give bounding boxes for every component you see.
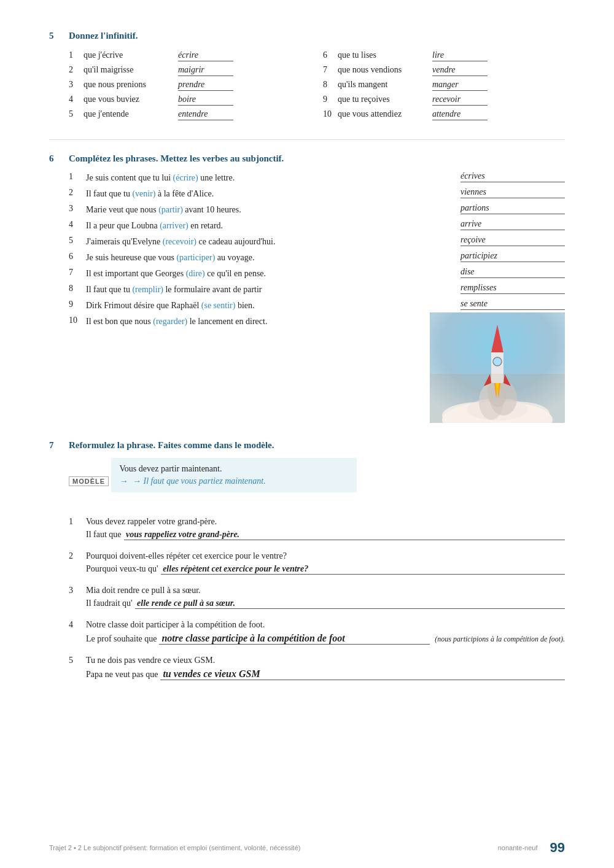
list-item: 5 J'aimerais qu'Evelyne (recevoir) ce ca… [69,235,565,248]
section-6: 6 Complétez les phrases. Mettez les verb… [49,153,565,423]
footer: Trajet 2 • 2 Le subjonctif présent: form… [0,840,614,856]
modele-line1: Vous devez partir maintenant. [120,464,348,474]
arrive-answer: arrive [460,219,565,230]
list-item: 3 que nous prenions prendre [69,78,311,93]
modele-line2: → → Il faut que vous partiez maintenant. [120,476,348,486]
list-item: 9 que tu reçoives recevoir [323,93,565,107]
footer-right-text: nonante-neuf [498,844,538,851]
separator [49,139,565,140]
list-item: 5 Tu ne dois pas vendre ce vieux GSM. Pa… [69,656,565,680]
section-7-title: Reformulez la phrase. Faites comme dans … [69,440,274,451]
list-item: 1 Vous devez rappeler votre grand-père. … [69,517,565,540]
list-item: 1 que j'écrive écrire [69,48,311,63]
list-item: 1 Je suis content que tu lui (écrire) un… [69,171,565,184]
svg-rect-15 [430,374,565,423]
ex6-body: 1 Je suis content que tu lui (écrire) un… [69,171,565,331]
section-5: 5 Donnez l'infinitif. 1 que j'écrive écr… [49,31,565,122]
list-item: 3 Marie veut que nous (partir) avant 10 … [69,203,565,216]
list-item: 2 Pourquoi doivent-elles répéter cet exe… [69,551,565,575]
list-item: 2 Il faut que tu (venir) à la fête d'Ali… [69,187,565,200]
list-item: 2 qu'il maigrisse maigrir [69,63,311,78]
ex5-right-col: 6 que tu lises lire 7 que nous vendions … [323,48,565,122]
list-item: 5 que j'entende entendre [69,107,311,122]
section-6-number: 6 [49,153,69,164]
section-7-header: 7 Reformulez la phrase. Faites comme dan… [49,440,565,451]
section-6-title: Complétez les phrases. Mettez les verbes… [69,153,284,164]
section-7: 7 Reformulez la phrase. Faites comme dan… [49,440,565,680]
footer-right: nonante-neuf 99 [498,840,565,856]
list-item: 7 Il est important que Georges (dire) ce… [69,267,565,280]
modele-label: MODÈLE [69,476,109,486]
list-item: 4 que vous buviez boire [69,93,311,107]
list-item: 10 que vous attendiez attendre [323,107,565,122]
page: 5 Donnez l'infinitif. 1 que j'écrive écr… [0,0,614,868]
section-5-header: 5 Donnez l'infinitif. [49,31,565,41]
list-item: 7 que nous vendions vendre [323,63,565,78]
footer-left: Trajet 2 • 2 Le subjonctif présent: form… [49,844,300,851]
list-item: 9 Dirk Frimout désire que Raphaël (se se… [69,299,565,312]
ex5-grid: 1 que j'écrive écrire 2 qu'il maigrisse … [69,48,565,122]
page-number: 99 [550,840,565,856]
section-6-header: 6 Complétez les phrases. Mettez les verb… [49,153,565,164]
rocket-image [430,312,565,423]
list-item: 6 Je suis heureuse que vous (participer)… [69,251,565,264]
list-item: 3 Mia doit rendre ce pull à sa sœur. Il … [69,586,565,609]
list-item: 8 Il faut que tu (remplir) le formulaire… [69,283,565,296]
list-item: 8 qu'ils mangent manger [323,78,565,93]
modele-box: Vous devez partir maintenant. → → Il fau… [111,458,357,492]
list-item: 6 que tu lises lire [323,48,565,63]
modele-container: MODÈLE Vous devez partir maintenant. → →… [69,458,565,505]
svg-point-12 [493,357,502,366]
section-5-title: Donnez l'infinitif. [69,31,138,41]
section-5-number: 5 [49,31,69,41]
list-item: 4 Il a peur que Loubna (arriver) en reta… [69,219,565,232]
section-7-number: 7 [49,440,69,451]
ex5-left-col: 1 que j'écrive écrire 2 qu'il maigrisse … [69,48,311,122]
list-item: 4 Notre classe doit participer à la comp… [69,620,565,645]
